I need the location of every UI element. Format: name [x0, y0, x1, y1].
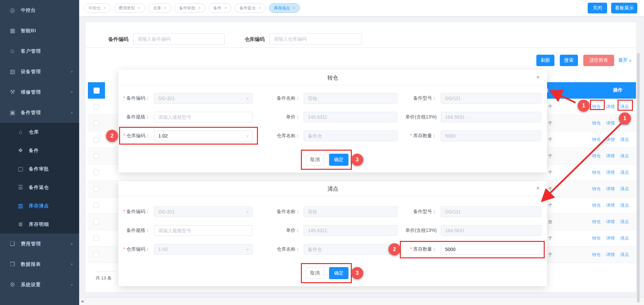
close-button[interactable]: 关闭 [588, 3, 607, 13]
count-link[interactable]: 清点 [620, 120, 629, 126]
count-link[interactable]: 清点 [620, 235, 629, 241]
warehouse-code-input[interactable] [269, 33, 362, 45]
row-checkbox[interactable] [94, 120, 99, 126]
row-checkbox[interactable] [94, 170, 99, 175]
tab-close-icon[interactable]: × [293, 6, 295, 10]
sidebar-item-label: 备件审批 [29, 166, 49, 172]
board-display-button[interactable]: 看板展示 [611, 3, 637, 13]
row-checkbox[interactable] [94, 203, 99, 208]
customers-icon: ☺ [9, 48, 16, 55]
field-label-warehouse-name: 仓库名称： [233, 133, 300, 139]
sidebar-item-console[interactable]: ◎中控台 [0, 0, 79, 20]
tab-label: 备件 [213, 5, 221, 11]
field-label-part-name: 备件名称： [233, 95, 300, 101]
horizontal-scrollbar[interactable]: ◀ [79, 297, 644, 305]
detail-link[interactable]: 详情 [606, 252, 615, 258]
row-checkbox[interactable] [94, 186, 99, 192]
row-checkbox[interactable] [94, 104, 99, 109]
tab-label: 备件返仓 [239, 5, 256, 11]
detail-link[interactable]: 详情 [606, 120, 615, 126]
detail-link[interactable]: 详情 [606, 137, 615, 143]
row-checkbox[interactable] [94, 252, 99, 257]
sidebar-item-devices[interactable]: ▤设备管理∨ [0, 61, 79, 82]
count-link[interactable]: 清点 [620, 153, 629, 159]
row-checkbox[interactable] [94, 219, 99, 224]
count-ok-button[interactable]: 确定 [329, 267, 348, 279]
sidebar-item-stock-detail[interactable]: ≣库存明细 [0, 215, 79, 234]
count-link[interactable]: 清点 [620, 104, 629, 110]
detail-link[interactable]: 详情 [606, 153, 615, 159]
warehouse-icon: ⌂ [17, 129, 24, 136]
transfer-link[interactable]: 转仓 [592, 252, 601, 258]
close-icon[interactable]: × [536, 185, 540, 192]
tab-stock-count[interactable]: 库存清点× [269, 3, 300, 13]
tab-close-icon[interactable]: × [164, 6, 166, 10]
tab-close-icon[interactable]: × [259, 6, 261, 10]
tab-expense-type[interactable]: 费用类型× [114, 3, 145, 13]
tab-console[interactable]: 中控台× [84, 3, 111, 13]
sidebar-item-repair[interactable]: ⚒维修管理∨ [0, 82, 79, 102]
transfer-link[interactable]: 转仓 [592, 202, 601, 208]
chevron-up-icon: ∧ [70, 111, 73, 114]
count-link[interactable]: 清点 [620, 186, 629, 192]
tab-close-icon[interactable]: × [224, 6, 227, 10]
tab-parts[interactable]: 备件× [209, 3, 231, 13]
sidebar-item-parts-return[interactable]: ☰备件返仓 [0, 178, 79, 197]
transfer-link[interactable]: 转仓 [592, 104, 601, 110]
sidebar-item-settings[interactable]: ⚙系统设置∨ [0, 274, 79, 295]
sidebar-item-smart-bi[interactable]: ▦智能BI [0, 20, 79, 41]
cell-unit: 个 [548, 235, 552, 241]
tab-warehouse[interactable]: 仓库× [148, 3, 171, 13]
count-link[interactable]: 清点 [620, 169, 629, 175]
tab-parts-approval[interactable]: 备件审批× [174, 3, 205, 13]
sidebar-item-expenses[interactable]: ❑费用管理∨ [0, 234, 79, 254]
scroll-left-arrow-icon[interactable]: ◀ [81, 299, 84, 303]
transfer-link[interactable]: 转仓 [592, 169, 601, 175]
transfer-link[interactable]: 转仓 [592, 219, 601, 225]
count-link[interactable]: 清点 [620, 252, 629, 258]
sidebar-item-customers[interactable]: ☺客户管理 [0, 41, 79, 61]
close-icon[interactable]: × [536, 74, 540, 81]
count-link[interactable]: 清点 [620, 202, 629, 208]
transfer-ok-button[interactable]: 确定 [329, 154, 348, 166]
vertical-scrollbar[interactable] [637, 53, 640, 303]
tab-label: 费用类型 [119, 5, 135, 11]
refresh-button[interactable]: 刷新 [536, 55, 554, 66]
sidebar-item-parts[interactable]: ❖备件 [0, 141, 79, 160]
count-link[interactable]: 清点 [620, 137, 629, 143]
tab-close-icon[interactable]: × [198, 6, 201, 10]
select-all-checkbox[interactable] [94, 88, 100, 94]
transfer-link[interactable]: 转仓 [592, 153, 601, 159]
field-label-unit-price: 单价： [233, 227, 300, 234]
transfer-link[interactable]: 转仓 [592, 235, 601, 241]
transfer-link[interactable]: 转仓 [592, 186, 601, 192]
tab-label: 中控台 [89, 5, 101, 11]
sidebar-item-warehouse[interactable]: ⌂仓库 [0, 123, 79, 141]
detail-link[interactable]: 详情 [606, 186, 615, 192]
detail-link[interactable]: 详情 [606, 104, 615, 110]
row-checkbox[interactable] [94, 153, 99, 159]
detail-link[interactable]: 详情 [606, 169, 615, 175]
clear-all-button[interactable]: 清空所有 [583, 55, 614, 66]
row-checkbox[interactable] [94, 236, 99, 241]
search-button[interactable]: 搜索 [560, 55, 578, 66]
count-link[interactable]: 清点 [620, 219, 629, 225]
transfer-link[interactable]: 转仓 [592, 137, 601, 143]
count-cancel-button[interactable]: 取消 [306, 267, 324, 279]
tab-parts-return[interactable]: 备件返仓× [235, 3, 266, 13]
detail-link[interactable]: 详情 [606, 202, 615, 208]
sidebar-item-parts-approval[interactable]: ▢备件审批 [0, 160, 79, 178]
sidebar-item-reports[interactable]: ❒数据报表∨ [0, 254, 79, 274]
tab-close-icon[interactable]: × [104, 6, 106, 10]
detail-link[interactable]: 详情 [606, 235, 615, 241]
sidebar-item-spare-parts[interactable]: ▣备件管理∧ [0, 102, 79, 123]
sidebar-item-label: 智能BI [21, 28, 36, 34]
expand-toggle[interactable]: 展开 ∨ [618, 57, 632, 63]
detail-link[interactable]: 详情 [606, 219, 615, 225]
tab-close-icon[interactable]: × [138, 6, 140, 10]
sidebar-item-stock-count[interactable]: ▥库存清点 [0, 197, 79, 215]
field-stock-qty-input[interactable]: 5000 [441, 244, 541, 255]
part-code-input[interactable] [133, 33, 225, 45]
transfer-cancel-button[interactable]: 取消 [306, 154, 324, 165]
transfer-link[interactable]: 转仓 [592, 120, 601, 126]
